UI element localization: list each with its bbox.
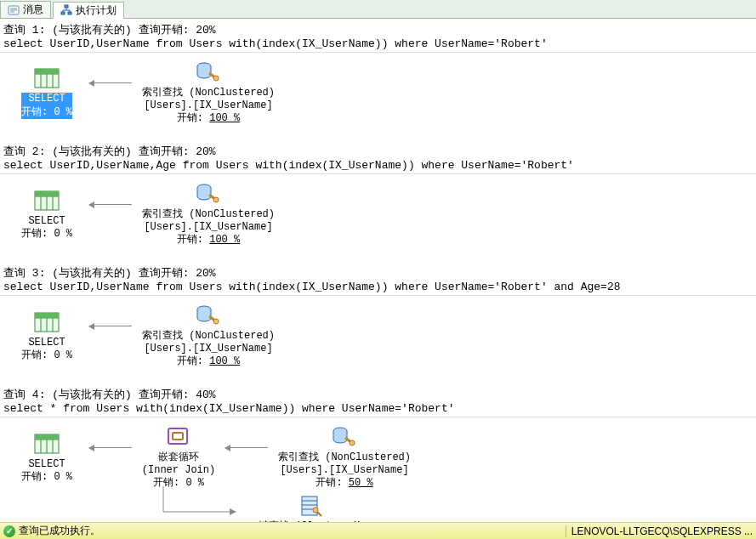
- plan-connector: [162, 486, 238, 522]
- plan-node-nested-loop[interactable]: 嵌套循环 (Inner Join) 开销: 0 %: [136, 423, 221, 490]
- query-block: 查询 1: (与该批有关的) 查询开销: 20% select UserID,U…: [0, 22, 756, 127]
- plan-row: SELECT 开销: 0 % 索引查找 (NonClustered) [User…: [0, 174, 756, 248]
- plan-row: SELECT 开销: 0 % 嵌套循环 (Inner Join) 开销: 0 %…: [0, 417, 756, 491]
- index-seek-icon: [196, 183, 221, 205]
- svg-rect-6: [68, 12, 71, 14]
- success-icon: ✓: [3, 525, 15, 537]
- tab-execplan-label: 执行计划: [76, 3, 117, 18]
- index-seek-icon: [332, 426, 357, 448]
- tab-messages[interactable]: 消息: [0, 1, 51, 18]
- query-sql: select * from Users with(index(IX_UserNa…: [0, 402, 756, 417]
- svg-rect-5: [61, 12, 65, 14]
- plan-node-select[interactable]: SELECT 开销: 0 %: [9, 186, 85, 241]
- plan-node-index-seek[interactable]: 索引查找 (NonClustered) [Users].[IX_UserName…: [272, 423, 417, 490]
- svg-rect-4: [65, 5, 68, 8]
- plan-row: SELECT开销: 0 % 索引查找 (NonClustered) [Users…: [0, 53, 756, 127]
- messages-icon: [8, 4, 20, 16]
- plan-node-select[interactable]: SELECT 开销: 0 %: [9, 429, 85, 484]
- svg-marker-41: [230, 508, 236, 515]
- plan-node-select[interactable]: SELECT开销: 0 %: [9, 64, 85, 119]
- query-block: 查询 3: (与该批有关的) 查询开销: 20% select UserID,U…: [0, 265, 756, 370]
- index-seek-icon: [196, 304, 221, 326]
- plan-arrow: [221, 440, 272, 457]
- plan-node-key-lookup[interactable]: 键查找 (Clustered): [238, 491, 383, 522]
- plan-row: SELECT 开销: 0 % 索引查找 (NonClustered) [User…: [0, 296, 756, 370]
- svg-rect-37: [168, 428, 187, 444]
- svg-line-47: [317, 512, 321, 516]
- query-sql: select UserID,UserName,Age from Users wi…: [0, 159, 756, 174]
- key-lookup-icon: [298, 495, 322, 517]
- status-message: 查询已成功执行。: [19, 524, 100, 538]
- nested-loop-icon: [166, 426, 191, 448]
- execution-plan-pane[interactable]: 查询 1: (与该批有关的) 查询开销: 20% select UserID,U…: [0, 19, 756, 522]
- plan-arrow: [85, 318, 136, 335]
- svg-rect-28: [35, 313, 59, 318]
- query-header: 查询 1: (与该批有关的) 查询开销: 20%: [0, 22, 756, 37]
- tab-execution-plan[interactable]: 执行计划: [53, 2, 124, 19]
- plan-arrow: [85, 75, 136, 92]
- select-icon: [33, 67, 60, 89]
- query-block: 查询 2: (与该批有关的) 查询开销: 20% select UserID,U…: [0, 144, 756, 248]
- select-icon: [33, 190, 60, 212]
- plan-node-index-seek[interactable]: 索引查找 (NonClustered) [Users].[IX_UserName…: [136, 179, 281, 247]
- query-header: 查询 2: (与该批有关的) 查询开销: 20%: [0, 144, 756, 159]
- query-sql: select UserID,UserName from Users with(i…: [0, 37, 756, 53]
- svg-point-14: [213, 76, 219, 81]
- svg-point-40: [350, 440, 355, 445]
- status-server: LENOVOL-LLTGECQ\SQLEXPRESS ...: [566, 525, 753, 537]
- svg-rect-38: [173, 433, 183, 440]
- query-header: 查询 4: (与该批有关的) 查询开销: 40%: [0, 387, 756, 402]
- svg-rect-12: [35, 69, 59, 74]
- plan-node-select[interactable]: SELECT 开销: 0 %: [9, 308, 85, 362]
- query-sql: select UserID,UserName from Users with(i…: [0, 281, 756, 296]
- select-icon: [33, 433, 60, 455]
- select-icon: [33, 311, 60, 333]
- svg-rect-20: [35, 191, 59, 196]
- svg-rect-36: [35, 434, 59, 440]
- svg-point-22: [213, 197, 219, 202]
- query-header: 查询 3: (与该批有关的) 查询开销: 20%: [0, 265, 756, 281]
- status-bar: ✓ 查询已成功执行。 LENOVOL-LLTGECQ\SQLEXPRESS ..…: [0, 522, 756, 539]
- plan-node-index-seek[interactable]: 索引查找 (NonClustered) [Users].[IX_UserName…: [136, 301, 281, 368]
- tab-messages-label: 消息: [23, 3, 43, 17]
- plan-arrow: [85, 196, 136, 213]
- plan-node-index-seek[interactable]: 索引查找 (NonClustered) [Users].[IX_UserName…: [136, 58, 281, 125]
- query-block: 查询 4: (与该批有关的) 查询开销: 40% select * from U…: [0, 387, 756, 522]
- results-tab-bar: 消息 执行计划: [0, 0, 756, 19]
- index-seek-icon: [196, 61, 221, 83]
- plan-arrow: [85, 440, 136, 457]
- svg-point-30: [213, 319, 219, 324]
- execplan-icon: [60, 4, 72, 16]
